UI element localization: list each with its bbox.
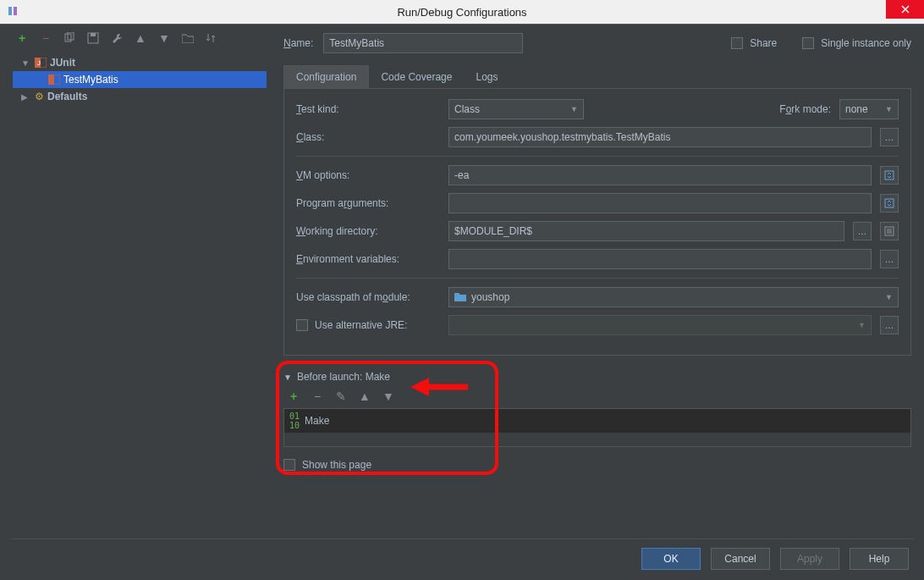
show-this-page-checkbox[interactable]: Show this page [283, 459, 911, 471]
program-args-label: Program arguments: [296, 197, 440, 209]
fork-mode-select[interactable]: none▼ [839, 99, 899, 119]
edit-task-button[interactable]: ✎ [334, 389, 348, 403]
sort-button[interactable] [205, 31, 218, 45]
tab-bar: Configuration Code Coverage Logs [283, 65, 911, 88]
chevron-down-icon: ▼ [858, 321, 866, 329]
macro-dir-button[interactable] [880, 222, 899, 240]
chevron-down-icon: ▼ [21, 58, 31, 68]
working-dir-label: Working directory: [296, 225, 440, 237]
wrench-icon[interactable] [110, 31, 124, 45]
tree-node-testmybatis[interactable]: TestMyBatis [13, 71, 267, 88]
share-checkbox[interactable]: Share [731, 37, 777, 49]
tab-code-coverage[interactable]: Code Coverage [369, 65, 464, 88]
make-label: Make [305, 415, 329, 427]
single-instance-checkbox[interactable]: Single instance only [802, 37, 911, 49]
add-config-button[interactable]: + [15, 31, 29, 45]
folder-button[interactable] [181, 31, 195, 45]
tab-logs[interactable]: Logs [464, 65, 509, 88]
help-button[interactable]: Help [850, 548, 909, 570]
single-instance-label: Single instance only [821, 37, 911, 49]
working-dir-input[interactable] [448, 221, 844, 241]
show-page-label: Show this page [302, 459, 371, 471]
add-task-button[interactable]: + [287, 389, 300, 403]
checkbox-icon [802, 37, 814, 49]
move-up-button[interactable]: ▲ [134, 31, 147, 45]
dialog-body: + − ▲ ▼ ▼ J JUnit TestMyBatis ▶ ⚙ Defaul… [0, 24, 924, 580]
env-vars-label: Environment variables: [296, 253, 440, 265]
chevron-right-icon: ▶ [21, 92, 31, 102]
checkbox-icon [731, 37, 743, 49]
move-task-up-button[interactable]: ▲ [358, 389, 371, 403]
before-launch-header[interactable]: ▼ Before launch: Make [283, 371, 911, 383]
configuration-panel: Test kind: Class▼ Fork mode: none▼ Class… [283, 88, 911, 356]
remove-config-button[interactable]: − [39, 31, 52, 45]
copy-config-button[interactable] [63, 31, 76, 45]
svg-rect-1 [14, 7, 17, 15]
browse-jre-button[interactable]: … [880, 316, 899, 334]
svg-rect-0 [8, 7, 12, 15]
share-label: Share [750, 37, 777, 49]
browse-class-button[interactable]: … [880, 128, 899, 146]
make-icon: 0110 [289, 412, 300, 430]
chevron-down-icon: ▼ [283, 373, 292, 382]
list-item[interactable]: 0110 Make [284, 409, 910, 433]
cancel-button[interactable]: Cancel [711, 548, 770, 570]
program-args-input[interactable] [448, 193, 872, 213]
name-label: Name: [283, 37, 313, 49]
expand-vm-button[interactable] [880, 166, 899, 185]
before-launch-list[interactable]: 0110 Make [283, 408, 911, 447]
config-toolbar: + − ▲ ▼ [15, 31, 218, 45]
tree-label: JUnit [50, 57, 75, 69]
app-icon [7, 5, 20, 19]
save-config-button[interactable] [86, 31, 100, 45]
window-title: Run/Debug Configurations [397, 6, 526, 19]
env-vars-input[interactable] [448, 249, 872, 269]
chevron-down-icon: ▼ [885, 105, 893, 113]
ok-button[interactable]: OK [641, 548, 701, 570]
right-panel: Name: Share Single instance only Configu… [283, 31, 911, 529]
svg-text:J: J [37, 59, 41, 67]
move-down-button[interactable]: ▼ [157, 31, 171, 45]
alt-jre-checkbox[interactable]: Use alternative JRE: [296, 319, 440, 331]
class-input[interactable] [448, 127, 872, 147]
tree-node-junit[interactable]: ▼ J JUnit [13, 54, 267, 71]
dialog-footer: OK Cancel Apply Help [641, 548, 909, 570]
tree-node-defaults[interactable]: ▶ ⚙ Defaults [13, 88, 267, 105]
remove-task-button[interactable]: − [311, 389, 324, 403]
vm-options-input[interactable] [448, 165, 872, 185]
gear-icon: ⚙ [35, 91, 44, 102]
junit-icon: J [35, 58, 47, 68]
module-select[interactable]: youshop ▼ [448, 287, 899, 307]
checkbox-icon [283, 459, 295, 471]
test-kind-label: Test kind: [296, 103, 440, 115]
tree-label: TestMyBatis [63, 74, 118, 86]
svg-rect-7 [91, 33, 96, 36]
chevron-down-icon: ▼ [570, 105, 578, 113]
vm-options-label: VM options: [296, 169, 440, 181]
module-icon [454, 291, 466, 304]
test-kind-select[interactable]: Class▼ [448, 99, 584, 119]
class-label: Class: [296, 131, 440, 143]
chevron-down-icon: ▼ [885, 293, 893, 301]
apply-button[interactable]: Apply [780, 548, 839, 570]
browse-dir-button[interactable]: … [853, 222, 872, 240]
divider [296, 156, 899, 157]
edit-env-button[interactable]: … [880, 250, 899, 268]
alt-jre-select[interactable]: ▼ [448, 315, 872, 335]
fork-mode-label: Fork mode: [779, 103, 831, 115]
before-launch-section: ▼ Before launch: Make + − ✎ ▲ ▼ 0110 Mak… [283, 371, 911, 447]
classpath-label: Use classpath of module: [296, 291, 440, 303]
svg-rect-12 [48, 75, 54, 85]
footer-divider [10, 539, 914, 539]
tab-configuration[interactable]: Configuration [283, 65, 369, 88]
before-launch-title: Before launch: Make [297, 371, 390, 383]
junit-icon [48, 75, 60, 85]
titlebar: Run/Debug Configurations [0, 0, 924, 24]
name-input[interactable] [323, 33, 523, 53]
expand-args-button[interactable] [880, 194, 899, 213]
tree-label: Defaults [47, 91, 87, 102]
move-task-down-button[interactable]: ▼ [382, 389, 395, 403]
window-close-button[interactable] [886, 0, 924, 19]
before-launch-toolbar: + − ✎ ▲ ▼ [283, 389, 911, 403]
config-tree[interactable]: ▼ J JUnit TestMyBatis ▶ ⚙ Defaults [13, 54, 267, 529]
